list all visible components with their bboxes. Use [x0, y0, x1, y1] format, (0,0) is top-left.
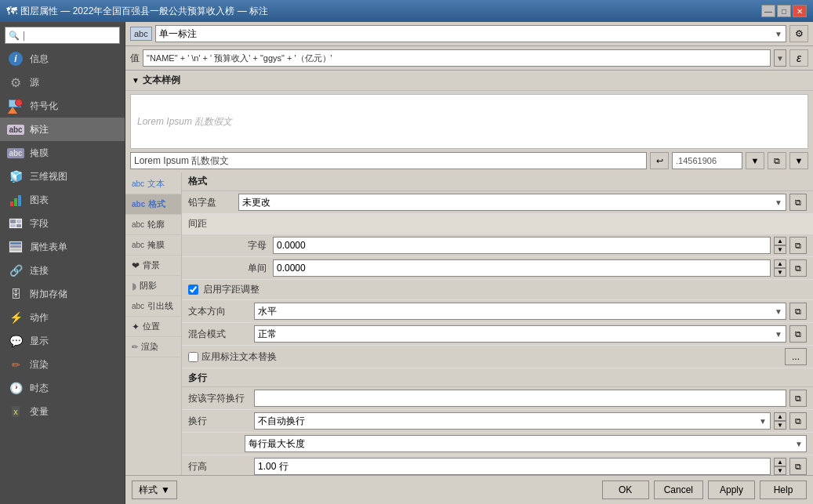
sidebar-item-render[interactable]: ✏ 渲染 [0, 353, 125, 376]
sub-tab-mask[interactable]: abc 掩膜 [125, 235, 181, 256]
replace-more-btn[interactable]: ... [785, 348, 807, 365]
sidebar-item-variable[interactable]: x 变量 [0, 400, 125, 423]
sub-tab-background[interactable]: ❤ 背景 [125, 256, 181, 276]
char-spin-up[interactable]: ▲ [774, 237, 786, 245]
sidebar-item-connect[interactable]: 🔗 连接 [0, 259, 125, 282]
word-spin-up[interactable]: ▲ [774, 259, 786, 268]
preview-area: Lorem Ipsum 乱数假文 [130, 94, 808, 149]
epsilon-button[interactable]: ε [789, 49, 808, 67]
direction-copy-btn[interactable]: ⧉ [789, 303, 807, 320]
format-panel: 格式 铅字盘 未更改 ▼ ⧉ 间距 字母 [182, 172, 813, 475]
sub-tab-outline[interactable]: abc 轮廓 [125, 215, 181, 235]
style-button[interactable]: 样式 ▼ [132, 480, 177, 499]
minimize-button[interactable]: — [761, 5, 775, 17]
direction-dropdown[interactable]: 水平 ▼ [254, 303, 786, 320]
char-copy-btn[interactable]: ⧉ [789, 237, 807, 254]
lineheight-spin-down[interactable]: ▼ [774, 466, 786, 475]
preview-copy-btn[interactable]: ⧉ [768, 152, 786, 169]
sidebar-item-chart[interactable]: 图表 [0, 188, 125, 212]
blend-label: 混合模式 [188, 328, 251, 341]
sub-tab-format[interactable]: abc 格式 [125, 194, 181, 215]
ok-button[interactable]: OK [602, 480, 649, 499]
3dview-icon: 🧊 [8, 169, 24, 184]
label-type-dropdown[interactable]: 单一标注 ▼ [155, 25, 786, 42]
spacing-header-row: 间距 [182, 214, 813, 234]
collapse-arrow-icon[interactable]: ▼ [132, 76, 140, 85]
main-layout: 🔍 i 信息 ⚙ 源 符号化 [0, 22, 813, 504]
wrap-copy-btn[interactable]: ⧉ [789, 390, 807, 407]
char-sub-label: 字母 [238, 239, 270, 252]
replace-checkbox[interactable] [188, 352, 198, 362]
preview-num-dropdown[interactable]: ▼ [746, 152, 764, 169]
font-dropdown[interactable]: 未更改 ▼ [238, 194, 786, 211]
search-box: 🔍 [0, 22, 125, 47]
close-button[interactable]: ✕ [793, 5, 807, 17]
lineheight-spin-up[interactable]: ▲ [774, 458, 786, 466]
search-container[interactable]: 🔍 [5, 27, 120, 44]
lineheight-spinner: ▲ ▼ [774, 458, 786, 475]
sidebar-item-attrform[interactable]: 属性表单 [0, 235, 125, 259]
app-icon: 🗺 [6, 5, 17, 17]
sidebar-item-display[interactable]: 💬 显示 [0, 329, 125, 353]
sidebar-item-info[interactable]: i 信息 [0, 47, 125, 71]
blend-copy-btn[interactable]: ⧉ [789, 325, 807, 343]
lineheight-input[interactable] [254, 458, 771, 475]
sub-tab-position[interactable]: ✦ 位置 [125, 317, 181, 337]
autowrap-dropdown[interactable]: 不自动换行 ▼ [254, 412, 771, 430]
sub-tab-shadow[interactable]: ◗ 阴影 [125, 276, 181, 296]
sidebar-item-action[interactable]: ⚡ 动作 [0, 306, 125, 329]
word-copy-btn[interactable]: ⧉ [789, 259, 807, 277]
sidebar-item-3dview[interactable]: 🧊 三维视图 [0, 165, 125, 188]
preview-undo-btn[interactable]: ↩ [650, 152, 669, 169]
lineheight-copy-btn[interactable]: ⧉ [789, 458, 807, 475]
kerning-checkbox[interactable] [188, 285, 198, 295]
value-input[interactable]: "NAME" + ' \n' + ' 预算收入' + "ggys" + '（亿元… [143, 49, 771, 67]
maximize-button[interactable]: □ [777, 5, 791, 17]
position-tab-icon: ✦ [132, 321, 140, 332]
wrap-char-label: 按该字符换行 [188, 392, 251, 405]
sub-tab-text[interactable]: abc 文本 [125, 174, 181, 194]
direction-label: 文本方向 [188, 305, 251, 318]
maxlen-dropdown[interactable]: 每行最大长度 ▼ [245, 435, 807, 452]
value-row: 值 "NAME" + ' \n' + ' 预算收入' + "ggys" + '（… [125, 46, 813, 71]
sub-tab-render2[interactable]: ✏ 渲染 [125, 337, 181, 357]
blend-dropdown[interactable]: 正常 ▼ [254, 325, 786, 343]
word-spin-down[interactable]: ▼ [774, 268, 786, 277]
sidebar-item-source[interactable]: ⚙ 源 [0, 71, 125, 94]
value-dropdown-arrow[interactable]: ▼ [774, 49, 786, 67]
autowrap-spinner: ▲ ▼ [774, 412, 786, 430]
word-sub-label: 单间 [238, 262, 270, 275]
sidebar: 🔍 i 信息 ⚙ 源 符号化 [0, 22, 125, 504]
fields-icon [8, 216, 24, 231]
char-spacing-input[interactable] [273, 237, 771, 254]
bottom-bar: 样式 ▼ OK Cancel Apply Help [125, 475, 813, 504]
autowrap-copy-btn[interactable]: ⧉ [789, 412, 807, 430]
maxlen-row: 每行最大长度 ▼ [182, 433, 813, 455]
sidebar-item-labels[interactable]: abc 标注 [0, 118, 125, 141]
direction-dropdown-arrow-icon: ▼ [775, 307, 782, 316]
sidebar-item-symbology[interactable]: 符号化 [0, 94, 125, 118]
preview-more-btn[interactable]: ▼ [789, 152, 808, 169]
preview-input[interactable]: Lorem Ipsum 乱数假文 [130, 152, 647, 169]
word-spacing-input[interactable] [273, 259, 771, 277]
sidebar-item-fields[interactable]: 字段 [0, 212, 125, 235]
apply-button[interactable]: Apply [708, 480, 755, 499]
preview-number-input[interactable]: .14561906 [672, 152, 742, 169]
autowrap-spin-down[interactable]: ▼ [774, 421, 786, 430]
sub-tab-callout[interactable]: abc 引出线 [125, 296, 181, 317]
wrap-char-input[interactable] [254, 390, 786, 407]
help-button[interactable]: Help [760, 480, 807, 499]
search-input[interactable] [23, 30, 116, 41]
font-row: 铅字盘 未更改 ▼ ⧉ [182, 191, 813, 214]
callout-tab-icon: abc [132, 302, 144, 310]
char-spin-down[interactable]: ▼ [774, 245, 786, 254]
autowrap-spin-up[interactable]: ▲ [774, 412, 786, 421]
symbology-icon [8, 98, 24, 114]
cancel-button[interactable]: Cancel [654, 480, 703, 499]
font-dropdown-arrow-icon: ▼ [775, 198, 782, 207]
sidebar-item-mask[interactable]: abc 掩膜 [0, 141, 125, 165]
sidebar-item-addstorage[interactable]: 🗄 附加存储 [0, 282, 125, 306]
settings-icon-btn[interactable]: ⚙ [789, 25, 808, 42]
sidebar-item-timestate[interactable]: 🕐 时态 [0, 376, 125, 400]
font-copy-btn[interactable]: ⧉ [789, 194, 807, 211]
